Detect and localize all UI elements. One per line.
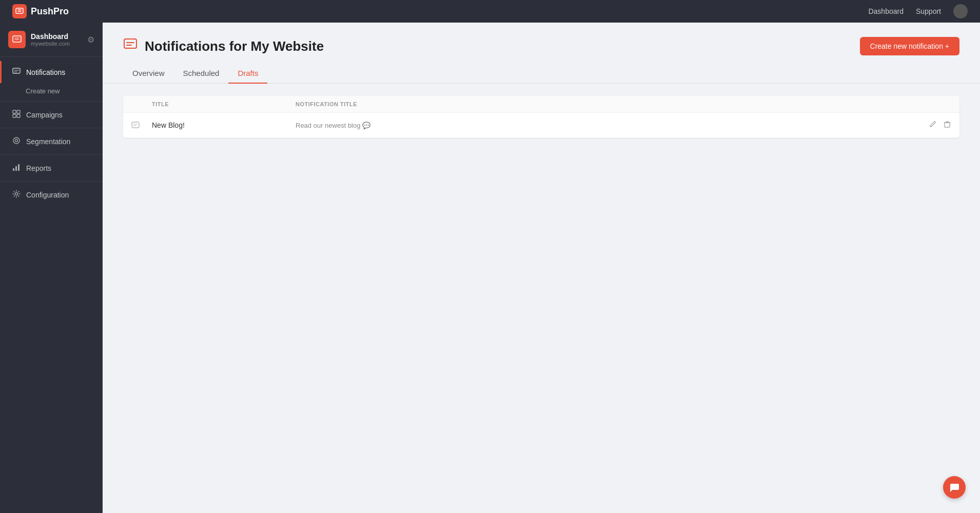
notifications-icon (12, 67, 21, 77)
app-name: PushPro (31, 6, 69, 17)
sidebar-divider-2 (0, 128, 103, 128)
col-header-icon (131, 101, 152, 107)
svg-point-7 (13, 137, 19, 144)
reports-icon (12, 163, 21, 173)
edit-icon[interactable] (929, 120, 937, 130)
campaigns-icon (12, 110, 21, 120)
svg-rect-2 (13, 68, 20, 73)
svg-rect-3 (13, 110, 16, 113)
logo-icon (12, 4, 27, 18)
col-header-actions (910, 101, 951, 107)
configuration-label: Configuration (26, 191, 69, 199)
row-notification-title: Read our newest blog 💬 (296, 122, 370, 129)
svg-rect-13 (124, 39, 136, 48)
top-navigation: PushPro Dashboard Support (0, 0, 980, 23)
svg-rect-10 (15, 166, 17, 171)
dashboard-nav-link[interactable]: Dashboard (868, 7, 904, 15)
table-row: New Blog! Read our newest blog 💬 (123, 113, 959, 138)
row-actions-cell (910, 120, 951, 130)
svg-rect-9 (13, 168, 14, 171)
segmentation-icon (12, 136, 21, 146)
sidebar-settings-icon[interactable]: ⚙ (87, 35, 94, 45)
sidebar-dashboard: Dashboard mywebsite.com ⚙ (0, 23, 103, 57)
svg-rect-4 (17, 110, 20, 113)
sidebar-dashboard-info: Dashboard mywebsite.com (8, 31, 70, 48)
create-new-label: Create new (26, 87, 60, 95)
tab-drafts[interactable]: Drafts (228, 64, 267, 84)
svg-point-12 (15, 193, 18, 195)
table-header: TITLE NOTIFICATION TITLE (123, 96, 959, 113)
reports-label: Reports (26, 164, 51, 172)
top-nav-links: Dashboard Support (868, 4, 968, 18)
col-header-title: TITLE (152, 101, 296, 107)
sidebar: Dashboard mywebsite.com ⚙ Notifications (0, 23, 103, 513)
svg-point-8 (15, 140, 18, 142)
page-title-row: Notifications for My Website (123, 37, 324, 55)
svg-rect-0 (16, 8, 23, 13)
create-notification-button[interactable]: Create new notification + (860, 37, 959, 55)
support-nav-link[interactable]: Support (916, 7, 941, 15)
svg-rect-14 (132, 122, 139, 128)
svg-rect-11 (18, 164, 19, 171)
svg-rect-15 (945, 123, 950, 127)
table-container: TITLE NOTIFICATION TITLE New Blog! (123, 96, 959, 138)
campaigns-label: Campaigns (26, 111, 63, 119)
sidebar-nav: Notifications Create new Campaigns (0, 57, 103, 210)
sidebar-dashboard-subtitle: mywebsite.com (31, 41, 70, 47)
row-icon-cell (131, 121, 152, 129)
sidebar-divider-1 (0, 101, 103, 102)
segmentation-label: Segmentation (26, 137, 70, 146)
configuration-icon (12, 190, 21, 200)
app-logo: PushPro (12, 4, 868, 18)
tab-scheduled[interactable]: Scheduled (174, 64, 229, 84)
sidebar-dashboard-title: Dashboard (31, 32, 70, 41)
sidebar-divider-4 (0, 181, 103, 182)
row-title: New Blog! (152, 121, 185, 129)
page-header: Notifications for My Website Create new … (103, 23, 980, 55)
row-title-cell: New Blog! (152, 121, 296, 129)
sidebar-divider-3 (0, 154, 103, 155)
sidebar-item-campaigns[interactable]: Campaigns (0, 104, 103, 126)
svg-rect-5 (13, 114, 16, 117)
page-title: Notifications for My Website (145, 38, 324, 54)
chat-bubble[interactable] (943, 476, 966, 499)
page-title-icon (123, 37, 138, 55)
dashboard-icon (8, 31, 26, 48)
col-header-notification-title: NOTIFICATION TITLE (296, 101, 910, 107)
tabs-row: Overview Scheduled Drafts (103, 55, 980, 84)
content-area: Notifications for My Website Create new … (103, 23, 980, 513)
tab-overview[interactable]: Overview (123, 64, 174, 84)
svg-rect-6 (17, 114, 20, 117)
sidebar-item-reports[interactable]: Reports (0, 157, 103, 179)
delete-icon[interactable] (943, 120, 951, 130)
svg-rect-1 (13, 36, 21, 42)
user-avatar[interactable] (953, 4, 968, 18)
sidebar-item-configuration[interactable]: Configuration (0, 184, 103, 206)
notifications-label: Notifications (26, 68, 65, 76)
row-notification-title-cell: Read our newest blog 💬 (296, 122, 910, 129)
sidebar-item-create-new[interactable]: Create new (0, 83, 103, 99)
sidebar-item-segmentation[interactable]: Segmentation (0, 130, 103, 152)
table-area: TITLE NOTIFICATION TITLE New Blog! (103, 84, 980, 513)
sidebar-item-notifications[interactable]: Notifications (0, 61, 103, 83)
